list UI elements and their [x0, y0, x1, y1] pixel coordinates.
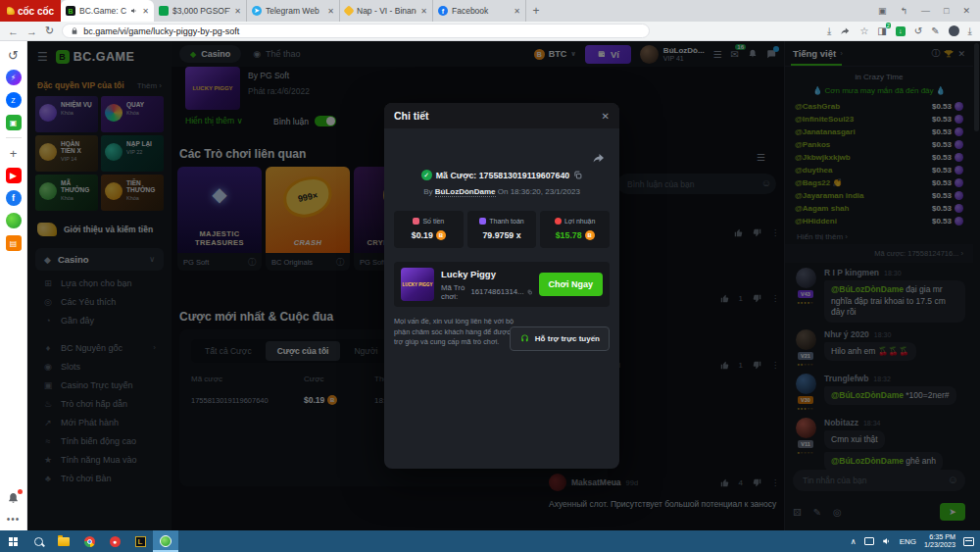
modal-title: Chi tiết [394, 110, 429, 122]
tab-pgsoft[interactable]: $3,000 PGSOFT Mid-Week M ✕ [154, 0, 247, 22]
url-text: bc.game/vi/game/lucky-piggy-by-pg-soft [83, 26, 239, 36]
facebook-icon[interactable]: f [6, 190, 22, 206]
profit-icon [555, 218, 562, 225]
forward-button[interactable]: → [26, 25, 37, 37]
new-tab-button[interactable]: + [526, 0, 546, 22]
recent-tabs-icon[interactable]: ↰ [900, 6, 907, 16]
tab-binance[interactable]: Nap - VI - Binance ✕ [340, 0, 433, 22]
share-icon[interactable] [840, 26, 851, 35]
bet-datetime: 18:36:20, 23/1/2023 [511, 187, 580, 196]
extension-icon[interactable]: ↺ [914, 25, 922, 36]
save-page-icon[interactable]: ⤓ [827, 25, 831, 37]
modal-header: Chi tiết ✕ [384, 103, 619, 128]
support-note: Mọi vấn đề, xin vui lòng liên hệ với bộ … [394, 317, 519, 348]
toolbar-icons: ⤓ ☆ ◨2 ↓ ↺ ✎ ⤓ [827, 25, 972, 37]
coccoc-taskbar-icon[interactable] [153, 530, 178, 552]
volume-icon[interactable] [882, 536, 892, 546]
bcgame-favicon: B [66, 6, 75, 16]
language-indicator[interactable]: ENG [900, 537, 916, 546]
coccoc-logo[interactable]: cốc cốc [0, 0, 61, 22]
close-button[interactable]: ✕ [962, 6, 970, 16]
file-explorer-icon[interactable] [51, 530, 76, 552]
taskbar-search-icon[interactable] [25, 530, 51, 552]
bet-stats: Số tiền $0.19B Thanh toán 79.9759 x Lợi … [394, 211, 610, 248]
tray-expand-icon[interactable]: ∧ [851, 537, 857, 546]
minimize-button[interactable]: — [921, 6, 930, 16]
add-shortcut-icon[interactable]: + [6, 145, 22, 161]
tab-close-icon[interactable]: ✕ [420, 7, 427, 16]
tray-date: 1/23/2023 [924, 540, 956, 549]
tab-bcgame[interactable]: B BC.Game: Crypto Casino ( ✕ [61, 0, 154, 22]
copy-icon[interactable] [573, 171, 582, 179]
play-now-button[interactable]: Chơi Ngay [539, 273, 603, 296]
system-tray: ∧ ENG 6:35 PM 1/23/2023 [851, 533, 980, 550]
share-icon[interactable] [592, 150, 606, 168]
pgsoft-favicon [159, 6, 169, 16]
action-center-icon[interactable] [963, 537, 974, 546]
copy-icon[interactable] [527, 288, 532, 296]
coccoc-hat-icon [7, 7, 15, 15]
maximize-button[interactable]: □ [944, 6, 949, 16]
headset-icon [519, 333, 530, 344]
window-controls: ▣ ↰ — □ ✕ [868, 0, 980, 22]
downloads-tray-icon[interactable]: ⤓ [968, 25, 972, 37]
back-button[interactable]: ← [8, 25, 19, 37]
history-icon[interactable]: ↺ [6, 47, 22, 63]
bet-id-row: ✓ Mã Cược: 1755813019119607640 [384, 170, 619, 180]
money-icon [413, 218, 419, 225]
tab-close-icon[interactable]: ✕ [142, 7, 149, 16]
binance-favicon [343, 5, 354, 16]
taskbar-clock[interactable]: 6:35 PM 1/23/2023 [924, 533, 956, 550]
start-button[interactable] [0, 530, 25, 552]
more-icon[interactable]: ••• [7, 514, 21, 525]
support-button[interactable]: Hỗ trợ trực tuyến [510, 326, 610, 351]
facebook-favicon: f [438, 6, 448, 16]
notifications-bell-icon[interactable] [7, 491, 20, 509]
address-bar[interactable]: bc.game/vi/game/lucky-piggy-by-pg-soft [62, 24, 650, 38]
bookmark-star-icon[interactable]: ☆ [859, 25, 868, 36]
zalo-icon[interactable]: Z [6, 92, 22, 108]
edge-bottom: ••• [7, 491, 21, 525]
stat-profit: Lợi nhuận $15.78B [540, 211, 610, 248]
windows-taskbar: ● L ∧ ENG 6:35 PM 1/23/2023 [0, 530, 980, 552]
chrome-icon[interactable] [76, 530, 102, 552]
league-of-legends-icon[interactable]: L [127, 530, 153, 552]
red-app-icon[interactable]: ● [102, 530, 127, 552]
browser-edge-sidebar: ↺ ⚡ Z ▣ + ▶ f ▤ ••• [0, 41, 27, 530]
coccoc-blocker-icon[interactable]: ◨2 [877, 25, 886, 36]
screen: cốc cốc B BC.Game: Crypto Casino ( ✕ $3,… [0, 0, 980, 552]
profile-avatar[interactable] [949, 25, 959, 36]
bet-id-value: 1755813019119607640 [479, 171, 569, 180]
verified-check-icon: ✓ [421, 170, 432, 180]
network-icon[interactable] [864, 537, 874, 545]
notification-dot [18, 489, 23, 494]
tab-facebook[interactable]: f Facebook ✕ [433, 0, 526, 22]
bet-username[interactable]: BúLozDònDame [435, 187, 496, 197]
game-thumbnail[interactable]: LUCKY PIGGY [401, 268, 434, 301]
youtube-icon[interactable]: ▶ [6, 168, 22, 183]
btc-coin-icon: B [585, 230, 595, 240]
reload-button[interactable]: ↻ [45, 25, 54, 37]
modal-close-icon[interactable]: ✕ [602, 111, 610, 122]
messenger-icon[interactable]: ⚡ [6, 70, 22, 85]
browser-toolbar: ← → ↻ bc.game/vi/game/lucky-piggy-by-pg-… [0, 22, 980, 41]
lock-icon [71, 26, 78, 35]
download-manager-icon[interactable]: ↓ [896, 26, 906, 36]
stat-payout: Thanh toán 79.9759 x [467, 211, 537, 248]
stat-amount: Số tiền $0.19B [394, 211, 464, 248]
tab-audio-icon[interactable] [130, 7, 138, 15]
bet-by-row: By BúLozDònDame On 18:36:20, 23/1/2023 [384, 187, 619, 196]
bet-details-modal: Chi tiết ✕ ✓ Mã Cược: 175581301911960764… [384, 103, 619, 469]
tab-close-icon[interactable]: ✕ [514, 7, 520, 16]
gamepad-icon[interactable]: ▣ [6, 115, 22, 130]
edit-extension-icon[interactable]: ✎ [931, 25, 939, 36]
modal-game-card: LUCKY PIGGY Lucky Piggy Mã Trò chơi: 161… [394, 262, 610, 307]
coccoc-games-icon[interactable] [6, 213, 22, 228]
bcgame-site: ☰ B BC.GAME Đặc quyền VIP của tôi Thêm ›… [27, 41, 980, 530]
tab-telegram[interactable]: ➤ Telegram Web ✕ [247, 0, 340, 22]
tab-close-icon[interactable]: ✕ [234, 7, 241, 16]
shopping-icon[interactable]: ▤ [6, 235, 22, 251]
tab-close-icon[interactable]: ✕ [327, 7, 334, 16]
tab-search-icon[interactable]: ▣ [878, 6, 887, 16]
telegram-favicon: ➤ [252, 6, 262, 16]
